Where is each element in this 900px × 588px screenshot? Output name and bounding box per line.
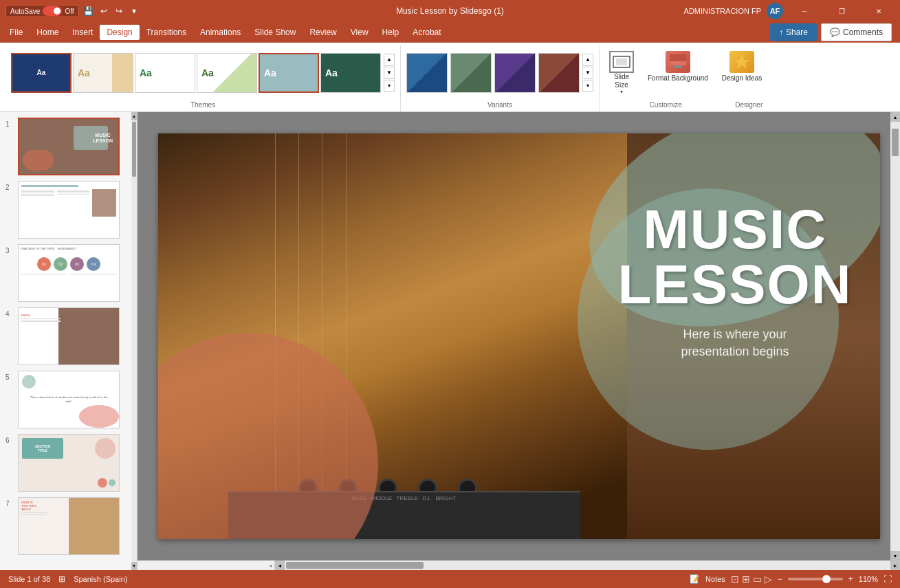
variant-2[interactable]	[450, 53, 492, 93]
redo-icon[interactable]: ↪	[113, 6, 124, 17]
menu-file[interactable]: File	[3, 25, 30, 40]
hscroll-prev[interactable]: ◄	[275, 560, 285, 570]
main-area: 1 MUSICLESSON 2	[0, 112, 900, 570]
slide-thumb-4[interactable]: 4 VENUS	[6, 307, 126, 365]
zoom-slider[interactable]	[788, 578, 843, 580]
menu-review[interactable]: Review	[303, 25, 343, 40]
variants-scroll-up[interactable]: ▲	[582, 54, 593, 66]
menu-transitions[interactable]: Transitions	[140, 25, 193, 40]
theme-item-2[interactable]: Aa	[73, 53, 133, 93]
menu-help[interactable]: Help	[375, 25, 406, 40]
variant-1[interactable]	[406, 53, 448, 93]
fit-slide-icon[interactable]: ⛶	[883, 574, 892, 584]
zoom-thumb	[822, 575, 831, 583]
autosave-toggle[interactable]	[43, 6, 62, 16]
ribbon: Aa Aa Aa	[0, 43, 900, 112]
notes-icon[interactable]: 📝	[690, 574, 700, 584]
slide-size-button[interactable]: SlideSize ▼	[605, 48, 638, 97]
panel-scroll-up[interactable]: ▲	[131, 112, 137, 120]
minimize-button[interactable]: ─	[789, 0, 820, 22]
svg-rect-1	[616, 58, 627, 65]
canvas-scroll-up[interactable]: ▲	[890, 112, 900, 122]
slide-panel-scrollbar[interactable]: ▲ ▼	[131, 112, 137, 570]
slide-size-label: SlideSize	[614, 73, 629, 89]
menu-acrobat[interactable]: Acrobat	[406, 25, 448, 40]
slide-layout-icon[interactable]: ⊞	[58, 574, 65, 584]
scroll-down-icon[interactable]: ▼	[384, 67, 395, 79]
design-ideas-label: Design Ideas	[722, 74, 762, 83]
slide-thumb-5[interactable]: 5 "This is where block of subtitle and c…	[6, 371, 126, 428]
scroll-more-icon[interactable]: ▾	[384, 80, 395, 92]
canvas-vscrollbar[interactable]: ▲ ▼	[890, 112, 900, 560]
hscroll-next[interactable]: ►	[890, 560, 900, 570]
slide-thumb-3[interactable]: 3 FEATURES OF THE TOPIC ASSIGNMENT 01 02…	[6, 244, 126, 302]
slide-thumb-7[interactable]: 7 WHAT ISTHIS TOPICABOUT	[6, 497, 126, 555]
slide-title-block: MUSIC LESSON Here is where yourpresentat…	[618, 202, 853, 360]
statusbar-right: 📝 Notes ⊡ ⊞ ▭ ▷ − + 110% ⛶	[690, 574, 892, 585]
theme-item-1[interactable]: Aa	[11, 53, 72, 93]
slide-preview-1: MUSICLESSON	[18, 118, 120, 175]
variants-section: ▲ ▼ ▾ Variants	[401, 45, 600, 111]
scroll-up-icon[interactable]: ▲	[384, 54, 395, 66]
notes-label: Notes	[705, 575, 725, 583]
theme-item-3[interactable]: Aa	[135, 53, 195, 93]
menu-slideshow[interactable]: Slide Show	[248, 25, 303, 40]
theme-item-4[interactable]: Aa	[197, 53, 257, 93]
user-avatar[interactable]: AF	[767, 3, 783, 19]
hscroll-left-btn[interactable]: ◄	[267, 563, 274, 568]
variant-4[interactable]	[538, 53, 580, 93]
restore-button[interactable]: ❐	[826, 0, 857, 22]
slide-preview-4: VENUS	[18, 307, 120, 365]
variants-scroll-down[interactable]: ▼	[582, 67, 593, 79]
menu-design[interactable]: Design	[100, 25, 139, 40]
close-button[interactable]: ✕	[863, 0, 894, 22]
panel-scroll-down[interactable]: ▼	[131, 562, 137, 570]
slide-thumb-1[interactable]: 1 MUSICLESSON	[6, 118, 126, 175]
variants-gallery	[406, 53, 580, 93]
language: Spanish (Spain)	[74, 575, 127, 583]
share-icon: ↑	[779, 28, 783, 37]
customize-qat-icon[interactable]: ▾	[129, 6, 140, 17]
zoom-level: 110%	[859, 575, 878, 583]
save-icon[interactable]: 💾	[83, 6, 94, 17]
slide-num-2: 2	[6, 181, 14, 191]
slide-sorter-btn[interactable]: ⊞	[742, 574, 750, 585]
comments-button[interactable]: 💬 Comments	[821, 23, 892, 41]
slide-subtitle: Here is where yourpresentation begins	[618, 326, 853, 360]
design-ideas-button[interactable]: Design Ideas	[718, 48, 766, 85]
menu-animations[interactable]: Animations	[193, 25, 248, 40]
theme-item-6[interactable]: Aa	[320, 53, 381, 93]
canvas-scroll-area[interactable]: ▲ ▼	[138, 112, 900, 560]
design-ideas-svg	[732, 53, 751, 71]
slide-thumb-2[interactable]: 2	[6, 181, 126, 239]
themes-label: Themes	[11, 100, 395, 111]
main-slide-canvas[interactable]: BASS MIDDLE TREBLE D.I. BRIGHT	[158, 133, 880, 539]
designer-label: Designer	[732, 100, 766, 111]
variant-3[interactable]	[494, 53, 536, 93]
bottom-scrollbar[interactable]: ◄ ◄ ►	[138, 560, 900, 570]
variants-scroll-more[interactable]: ▾	[582, 80, 593, 92]
panel-scroll-track	[131, 120, 137, 562]
menu-home[interactable]: Home	[30, 25, 65, 40]
design-ideas-icon	[729, 51, 754, 73]
slide-title-music: MUSIC	[618, 202, 853, 257]
menu-insert[interactable]: Insert	[65, 25, 100, 40]
hscroll-track	[285, 560, 890, 570]
format-background-button[interactable]: Format Background	[644, 48, 712, 85]
normal-view-btn[interactable]: ⊡	[731, 574, 739, 585]
slide-preview-5: "This is where block of subtitle and con…	[18, 371, 120, 428]
zoom-out-icon[interactable]: −	[778, 574, 782, 584]
titlebar-left: AutoSave Off 💾 ↩ ↪ ▾	[6, 5, 140, 17]
share-button[interactable]: ↑ Share	[770, 23, 817, 41]
menu-view[interactable]: View	[344, 25, 375, 40]
undo-icon[interactable]: ↩	[98, 6, 109, 17]
canvas-scroll-down[interactable]: ▼	[890, 551, 900, 560]
slide-num-7: 7	[6, 497, 14, 508]
themes-gallery: Aa Aa Aa	[11, 53, 381, 93]
slide-thumb-6[interactable]: 6 SECTIONTITLE	[6, 434, 126, 492]
slideshow-btn[interactable]: ▷	[765, 574, 772, 585]
theme-item-5[interactable]: Aa	[259, 53, 319, 93]
zoom-in-icon[interactable]: +	[848, 574, 853, 584]
titlebar: AutoSave Off 💾 ↩ ↪ ▾ Music Lesson by Sli…	[0, 0, 900, 22]
reading-view-btn[interactable]: ▭	[753, 574, 762, 585]
